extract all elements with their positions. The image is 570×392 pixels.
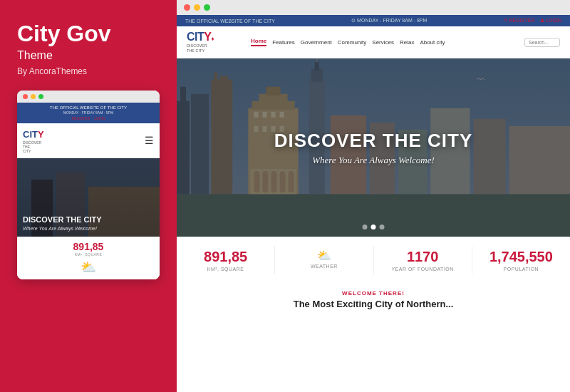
desktop-login-link[interactable]: ♟ LOGIN (540, 18, 561, 24)
stat-population-number: 1,745,550 (480, 249, 563, 265)
hamburger-icon[interactable]: ☰ (145, 135, 154, 146)
mobile-stat-label: KM², SQUARE (23, 252, 154, 257)
stat-area: 891,85 KM², SQUARE (177, 246, 275, 274)
desktop-dot-yellow (194, 4, 200, 11)
nav-link-services[interactable]: Services (372, 39, 394, 46)
mobile-topbar: THE OFFICIAL WEBSITE OF THE CITY MONDAY … (17, 103, 160, 123)
mobile-dot-green (38, 94, 43, 99)
hero-dot-3[interactable] (380, 225, 385, 229)
desktop-hero-dots (363, 225, 385, 229)
mobile-topbar-sub: MONDAY - FRIDAY 8AM - 5PM (21, 110, 155, 115)
theme-subtitle: Theme (17, 49, 162, 62)
hero-dot-2[interactable] (371, 225, 376, 229)
mobile-logo: CITY DISCOVERTHECITY (23, 128, 44, 153)
hero-dot-1[interactable] (363, 225, 368, 229)
stat-foundation-number: 1170 (381, 249, 465, 265)
mobile-logo-city: CITY (23, 129, 44, 140)
right-panel: THE OFFICIAL WEBSITE OF THE CITY ⊙ MONDA… (177, 0, 570, 392)
stat-weather: ⛅ WEATHER (275, 246, 373, 274)
desktop-hero: DISCOVER THE CITY Where You Are Always W… (177, 58, 570, 237)
desktop-topbar-hours: ⊙ MONDAY - FRIDAY 8AM - 8PM (351, 18, 427, 24)
desktop-hero-subtitle: Where You Are Always Welcome! (197, 155, 551, 166)
nav-link-relax[interactable]: Relax (400, 39, 414, 46)
theme-author: By AncoraThemes (17, 66, 162, 76)
desktop-dots-bar (177, 0, 570, 15)
mobile-hero-title: DISCOVER THE CITY (23, 215, 154, 225)
nav-link-features[interactable]: Features (272, 39, 295, 46)
nav-link-government[interactable]: Government (301, 39, 332, 46)
mobile-stats: 891,85 KM², SQUARE ⛅ (17, 237, 160, 279)
desktop-topbar-actions: ✎ REGISTER ♟ LOGIN (504, 18, 561, 24)
mobile-nav: CITY DISCOVERTHECITY ☰ (17, 123, 160, 158)
desktop-logo-sub: DISCOVERTHE CITY (187, 43, 214, 53)
mobile-mockup: THE OFFICIAL WEBSITE OF THE CITY MONDAY … (17, 91, 160, 279)
mobile-hero: DISCOVER THE CITY Where You Are Always W… (17, 158, 160, 237)
mobile-stat-number: 891,85 (23, 241, 154, 252)
desktop-register-link[interactable]: ✎ REGISTER (504, 18, 535, 24)
desktop-topbar: THE OFFICIAL WEBSITE OF THE CITY ⊙ MONDA… (177, 15, 570, 26)
mobile-topbar-text: THE OFFICIAL WEBSITE OF THE CITY (21, 105, 155, 110)
mobile-weather-icon: ⛅ (23, 259, 154, 275)
stat-population: 1,745,550 POPULATION (472, 246, 570, 274)
welcome-label: WELCOME THERE! (187, 290, 560, 296)
desktop-logo: CITY♦ DISCOVERTHE CITY (187, 31, 244, 53)
stat-area-label: KM², SQUARE (184, 267, 267, 272)
nav-link-community[interactable]: Community (338, 39, 366, 46)
desktop-welcome-section: WELCOME THERE! The Most Exciting City of… (177, 283, 570, 314)
nav-link-about[interactable]: About city (420, 39, 445, 46)
weather-icon: ⛅ (282, 249, 366, 262)
stat-foundation: 1170 YEAR OF FOUNDATION (374, 246, 472, 274)
mobile-dot-red (23, 94, 28, 99)
desktop-topbar-official-text: THE OFFICIAL WEBSITE OF THE CITY (185, 19, 275, 24)
desktop-logo-main: CITY♦ (187, 31, 214, 43)
desktop-hero-title: DISCOVER THE CITY (197, 130, 551, 152)
stat-area-number: 891,85 (184, 249, 267, 265)
search-input[interactable] (524, 38, 560, 47)
mobile-login-link[interactable]: LOGIN (94, 116, 105, 120)
mobile-topbar-links: REGISTER LOGIN (21, 116, 155, 120)
desktop-nav: CITY♦ DISCOVERTHE CITY Home Features Gov… (177, 26, 570, 58)
mobile-hero-subtitle: Where You Are Always Welcome! (23, 226, 154, 231)
desktop-hero-content: DISCOVER THE CITY Where You Are Always W… (197, 130, 551, 166)
stat-population-label: POPULATION (480, 267, 563, 272)
desktop-nav-links: Home Features Government Community Servi… (251, 38, 517, 46)
desktop-dot-green (204, 4, 210, 11)
nav-link-home[interactable]: Home (251, 38, 266, 46)
mobile-dot-yellow (31, 94, 36, 99)
desktop-stats-row: 891,85 KM², SQUARE ⛅ WEATHER 1170 YEAR O… (177, 237, 570, 283)
mobile-logo-sub: DISCOVERTHECITY (23, 140, 44, 153)
stat-weather-label: WEATHER (282, 264, 366, 269)
welcome-title: The Most Exciting City of Northern... (187, 299, 560, 309)
left-panel: City Gov Theme By AncoraThemes THE OFFIC… (0, 0, 177, 392)
desktop-logo-text-container: CITY♦ DISCOVERTHE CITY (187, 31, 214, 53)
mobile-logo-text: CITY (23, 128, 44, 140)
mobile-dots-bar (17, 91, 160, 103)
stat-foundation-label: YEAR OF FOUNDATION (381, 267, 465, 272)
theme-title: City Gov (17, 21, 162, 46)
desktop-dot-red (184, 4, 190, 11)
mobile-register-link[interactable]: REGISTER (71, 116, 90, 120)
